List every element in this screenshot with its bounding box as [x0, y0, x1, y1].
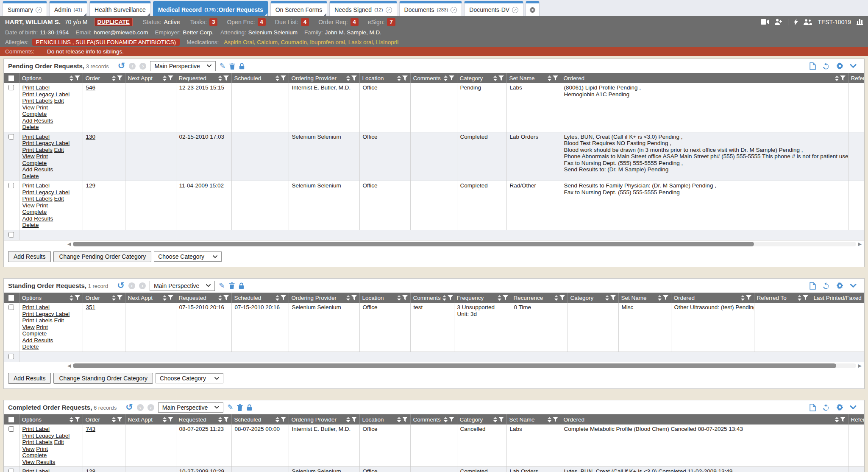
prev-perspective-icon[interactable]: ‹ [129, 63, 136, 70]
option-link-add-results[interactable]: Add Results [22, 166, 53, 173]
medication-link[interactable]: Calcium [257, 39, 278, 45]
option-link-add-results[interactable]: Add Results [22, 215, 53, 222]
option-link-view[interactable]: View [22, 153, 35, 159]
delete-perspective-icon[interactable] [229, 63, 235, 70]
column-header-comments[interactable]: Comments [410, 73, 457, 83]
filter-funnel-icon[interactable] [498, 417, 504, 422]
column-header-category[interactable]: Category [457, 73, 506, 83]
filter-funnel-icon[interactable] [223, 75, 229, 81]
counter-badge[interactable]: 4 [351, 18, 359, 26]
scrollbar-track[interactable] [73, 363, 856, 368]
sort-icon[interactable] [70, 75, 73, 81]
filter-funnel-icon[interactable] [449, 417, 454, 422]
sort-icon[interactable] [163, 417, 167, 422]
column-header-provider[interactable]: Ordering Provider [289, 73, 359, 83]
column-header-referred[interactable]: Referred To [754, 293, 811, 303]
medication-link[interactable]: Coumadin [281, 39, 307, 45]
option-link-print-label[interactable]: Print Label [22, 304, 50, 310]
column-header-next_appt[interactable]: Next Appt [125, 73, 176, 83]
filter-funnel-icon[interactable] [75, 417, 80, 422]
perspective-select[interactable]: Main Perspective [158, 402, 223, 413]
filter-funnel-icon[interactable] [610, 295, 616, 300]
undo-icon[interactable]: ↺ [118, 61, 125, 70]
people-icon[interactable] [804, 19, 812, 25]
column-header-scheduled[interactable]: Scheduled [231, 293, 289, 303]
category-select[interactable]: Choose Category [154, 251, 222, 262]
scroll-left-arrow[interactable]: ◀ [67, 242, 71, 246]
edit-perspective-icon[interactable]: ✎ [227, 404, 233, 411]
option-link-edit[interactable]: Edit [54, 439, 64, 445]
sort-icon[interactable] [346, 295, 350, 301]
sort-icon[interactable] [493, 75, 497, 81]
order-number-link[interactable]: 351 [86, 304, 96, 310]
sort-icon[interactable] [163, 75, 167, 81]
option-link-print-labels[interactable]: Print Labels [22, 98, 53, 104]
change-standing-order-category-button[interactable]: Change Standing Order Category [53, 373, 153, 384]
column-header-location[interactable]: Location [359, 293, 410, 303]
column-header-comments[interactable]: Comments [410, 414, 457, 425]
popout-icon[interactable]: ↗ [386, 7, 392, 13]
row-checkbox[interactable] [8, 469, 14, 472]
option-link-print-label[interactable]: Print Label [22, 468, 50, 472]
scroll-right-arrow[interactable]: ▶ [858, 363, 862, 368]
column-header-order[interactable]: Order [83, 293, 125, 303]
column-header-options[interactable]: Options [19, 73, 83, 83]
column-header-options[interactable]: Options [19, 414, 83, 425]
column-header-category[interactable]: Category [457, 414, 506, 425]
column-header-scheduled[interactable]: Scheduled [231, 73, 289, 83]
column-header-ordered[interactable]: Ordered [671, 293, 754, 303]
add-results-button[interactable]: Add Results [8, 373, 51, 384]
collapse-chevron-icon[interactable] [850, 64, 857, 68]
order-number-link[interactable]: 546 [86, 84, 96, 91]
option-link-print[interactable]: Print [36, 104, 48, 111]
filter-funnel-icon[interactable] [449, 75, 454, 81]
option-link-print-labels[interactable]: Print Labels [22, 439, 53, 445]
column-header-set_name[interactable]: Set Name [618, 293, 671, 303]
refresh-icon[interactable] [822, 404, 830, 411]
column-header-next_appt[interactable]: Next Appt [125, 414, 176, 425]
sort-icon[interactable] [70, 295, 73, 301]
option-link-print-label[interactable]: Print Label [22, 182, 50, 189]
medication-link[interactable]: Aspirin Oral [224, 39, 254, 45]
export-document-icon[interactable] [810, 404, 816, 411]
popout-icon[interactable]: ↗ [512, 7, 518, 13]
sort-icon[interactable] [397, 75, 401, 81]
prev-perspective-icon[interactable]: ‹ [137, 404, 144, 411]
medication-link[interactable]: ibuprofen oral [310, 39, 345, 45]
allergy-badge[interactable]: PENICILLINS , SULFA(SULFONAMIDE ANTIBIOT… [32, 39, 180, 46]
undo-icon[interactable]: ↺ [117, 281, 125, 290]
tab-on-screen-forms[interactable]: On Screen Forms [270, 1, 327, 16]
option-link-delete[interactable]: Delete [22, 344, 39, 350]
sort-icon[interactable] [493, 417, 497, 422]
sort-icon[interactable] [548, 417, 551, 422]
option-link-edit[interactable]: Edit [54, 147, 64, 153]
scroll-right-arrow[interactable]: ▶ [858, 242, 862, 246]
duplicate-flag[interactable]: DUPLICATE [95, 18, 133, 26]
filter-funnel-icon[interactable] [448, 295, 453, 300]
row-checkbox[interactable] [8, 85, 14, 90]
filter-funnel-icon[interactable] [168, 417, 173, 422]
option-link-delete[interactable]: Delete [22, 222, 39, 228]
sort-icon[interactable] [163, 295, 167, 301]
column-header-requested[interactable]: Requested [176, 293, 231, 303]
scrollbar-thumb[interactable] [73, 363, 836, 368]
category-select[interactable]: Choose Category [156, 373, 223, 383]
refresh-icon[interactable] [822, 63, 830, 70]
scrollbar-track[interactable] [73, 242, 856, 246]
sort-icon[interactable] [554, 295, 558, 301]
column-header-set_name[interactable]: Set Name [506, 414, 561, 425]
flowsheet-chart-icon[interactable] [857, 19, 863, 25]
option-link-edit[interactable]: Edit [54, 98, 64, 104]
scrollbar-thumb[interactable] [73, 242, 754, 246]
add-results-button[interactable]: Add Results [8, 251, 51, 262]
filter-funnel-icon[interactable] [840, 75, 846, 81]
add-person-icon[interactable] [775, 19, 782, 25]
row-checkbox[interactable] [8, 183, 14, 188]
column-header-scheduled[interactable]: Scheduled [231, 414, 289, 425]
filter-funnel-icon[interactable] [351, 295, 357, 300]
counter-badge[interactable]: 3 [209, 18, 217, 26]
tab-needs-signed[interactable]: Needs Signed(12)↗ [329, 1, 397, 16]
option-link-print-legacy-label[interactable]: Print Legacy Label [22, 311, 70, 317]
refresh-icon[interactable] [822, 282, 830, 289]
column-header-location[interactable]: Location [359, 73, 410, 83]
